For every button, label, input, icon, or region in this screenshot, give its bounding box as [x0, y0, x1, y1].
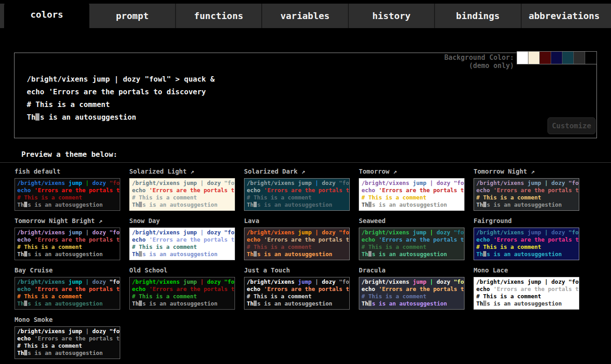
background-swatch-dark-teal[interactable] — [562, 52, 574, 64]
theme-card-tomorrow-night[interactable]: Tomorrow Night ↗/bright/vixens jump | do… — [474, 168, 579, 211]
theme-name: Fairground — [474, 217, 579, 225]
preview-line-command: /bright/vixens jump | dozy "fowl" > quac… — [132, 229, 232, 236]
code-token: /bright/vixens — [362, 180, 409, 186]
code-token — [197, 229, 200, 236]
code-token — [146, 286, 149, 292]
theme-card-solarized-light[interactable]: Solarized Light ↗/bright/vixens jump | d… — [129, 168, 235, 211]
tab-colors[interactable]: colors — [4, 1, 89, 28]
code-token: # This is a comment — [476, 293, 541, 300]
autosuggestion-head: Th — [476, 300, 483, 307]
code-token: dozy — [552, 180, 565, 186]
autosuggestion-head: Th — [132, 251, 139, 257]
code-token — [490, 187, 494, 194]
code-token: jump — [413, 278, 426, 285]
autosuggestion-head: Th — [17, 251, 24, 257]
code-token — [146, 236, 149, 243]
theme-name-text: Tomorrow — [359, 168, 389, 175]
code-token: /bright/vixens — [362, 278, 409, 285]
background-swatch-black[interactable] — [585, 52, 596, 64]
code-token — [180, 229, 183, 236]
code-token: echo — [247, 286, 260, 292]
preview-line-comment: # This is a comment — [132, 243, 232, 251]
theme-card-fish-default[interactable]: fish default/bright/vixens jump | dozy "… — [15, 168, 120, 211]
theme-name-text: Solarized Dark — [244, 168, 298, 175]
preview-line-autosuggestion: Ths is an autosuggestion — [362, 201, 462, 209]
preview-line-command: /bright/vixens jump | dozy "fowl" > quac… — [132, 180, 232, 187]
code-token — [82, 328, 86, 335]
code-token — [89, 278, 93, 285]
theme-card-seaweed[interactable]: Seaweed/bright/vixens jump | dozy "fowl"… — [359, 217, 464, 260]
tab-functions[interactable]: functions — [175, 4, 261, 28]
theme-card-just-a-touch[interactable]: Just a Touch/bright/vixens jump | dozy "… — [244, 267, 350, 310]
tab-abbreviations[interactable]: abbreviations — [521, 4, 607, 28]
code-token: "fowl" > quack & — [109, 180, 120, 186]
code-token: "fowl" > quack & — [109, 328, 120, 335]
autosuggestion-head: Th — [476, 251, 483, 257]
cursor-block — [368, 251, 371, 257]
preview-line-string: echo 'Errors are the portals to discover… — [476, 286, 577, 293]
theme-card-old-school[interactable]: Old School/bright/vixens jump | dozy "fo… — [129, 267, 235, 310]
code-token — [294, 229, 298, 236]
theme-card-tomorrow-night-bright[interactable]: Tomorrow Night Bright ↗/bright/vixens ju… — [15, 217, 120, 260]
code-token — [31, 236, 34, 243]
preview-line-autosuggestion: Ths is an autosuggestion — [132, 201, 232, 209]
theme-name: Mono Smoke — [15, 316, 120, 324]
theme-card-solarized-dark[interactable]: Solarized Dark ↗/bright/vixens jump | do… — [244, 168, 350, 211]
theme-name-text: Fairground — [474, 217, 512, 224]
autosuggestion-tail: s is an autosuggestion — [40, 113, 136, 121]
tab-bindings[interactable]: bindings — [434, 4, 520, 28]
preview-line-command: /bright/vixens jump | dozy "fowl" > quac… — [17, 180, 117, 187]
preview-line-command: /bright/vixens jump | dozy "fowl" > quac… — [476, 229, 577, 236]
background-swatch-navy[interactable] — [551, 52, 562, 64]
code-token: # This is a comment — [17, 194, 82, 201]
theme-card-lava[interactable]: Lava/bright/vixens jump | dozy "fowl" > … — [244, 217, 350, 260]
code-token — [548, 278, 552, 285]
background-swatch-dark-red[interactable] — [540, 52, 551, 64]
theme-card-bay-cruise[interactable]: Bay Cruise/bright/vixens jump | dozy "fo… — [15, 267, 120, 310]
autosuggestion-head: Th — [362, 201, 368, 208]
code-token: jump — [298, 180, 312, 186]
tab-variables[interactable]: variables — [261, 4, 347, 28]
theme-card-dracula[interactable]: Dracula/bright/vixens jump | dozy "fowl"… — [359, 267, 464, 310]
background-swatch-white[interactable] — [517, 52, 528, 64]
background-swatch-dark-gray[interactable] — [574, 52, 585, 64]
theme-card-tomorrow[interactable]: Tomorrow ↗/bright/vixens jump | dozy "fo… — [359, 168, 464, 211]
autosuggestion-head: Th — [476, 201, 483, 208]
external-link-icon: ↗ — [527, 168, 535, 175]
theme-name-text: Just a Touch — [244, 267, 290, 274]
theme-card-mono-lace[interactable]: Mono Lace/bright/vixens jump | dozy "fow… — [474, 267, 579, 310]
code-token: jump — [68, 229, 82, 236]
code-token: 'Errors are the portals to discovery — [34, 335, 120, 342]
code-token — [433, 229, 437, 236]
code-token: # This is a comment — [132, 293, 197, 300]
theme-card-snow-day[interactable]: Snow Day/bright/vixens jump | dozy "fowl… — [129, 217, 235, 260]
tab-prompt[interactable]: prompt — [89, 4, 175, 28]
tab-history[interactable]: history — [348, 4, 434, 28]
autosuggestion-head: Th — [362, 300, 368, 307]
theme-name-text: Old School — [129, 267, 167, 274]
code-token: echo — [17, 187, 31, 194]
code-token — [490, 286, 494, 292]
code-token: dozy — [322, 278, 336, 285]
theme-card-fairground[interactable]: Fairground/bright/vixens jump | dozy "fo… — [474, 217, 579, 260]
autosuggestion-tail: s is an autosuggestion — [28, 251, 103, 257]
background-swatch-cream[interactable] — [528, 52, 540, 64]
code-token: # This is a comment — [362, 194, 426, 201]
customize-button[interactable]: Customize — [547, 117, 596, 134]
autosuggestion-tail: s is an autosuggestion — [28, 349, 103, 356]
code-token: echo — [247, 236, 260, 243]
preview-line-command: /bright/vixens jump | dozy "fowl" > quac… — [247, 180, 347, 187]
code-token — [197, 278, 200, 285]
preview-line-string: echo 'Errors are the portals to discover… — [476, 236, 577, 243]
code-token: | — [545, 229, 548, 236]
code-token — [312, 278, 315, 285]
autosuggestion-tail: s is an autosuggestion — [372, 201, 447, 208]
preview-line-autosuggestion: Ths is an autosuggestion — [476, 201, 577, 209]
code-token — [65, 229, 68, 236]
theme-name-text: Seaweed — [359, 217, 386, 224]
code-token — [89, 328, 93, 335]
theme-name: Snow Day — [129, 217, 235, 225]
theme-name: Old School — [129, 267, 235, 275]
code-token: /bright/vixens — [132, 229, 180, 236]
theme-card-mono-smoke[interactable]: Mono Smoke/bright/vixens jump | dozy "fo… — [15, 316, 120, 359]
